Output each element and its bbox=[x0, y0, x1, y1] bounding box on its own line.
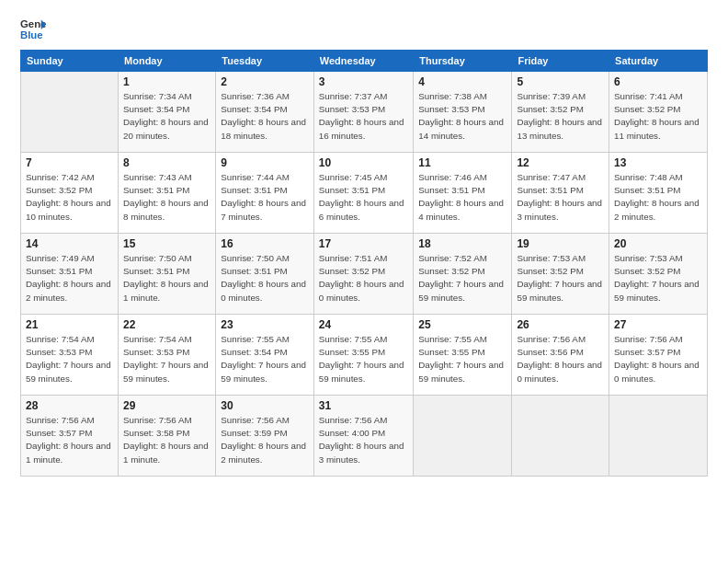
day-cell: 20 Sunrise: 7:53 AM Sunset: 3:52 PM Dayl… bbox=[609, 234, 708, 315]
day-number: 6 bbox=[614, 75, 702, 88]
day-number: 4 bbox=[418, 75, 506, 88]
svg-text:Blue: Blue bbox=[20, 29, 43, 40]
day-number: 22 bbox=[123, 318, 210, 331]
header: General Blue bbox=[20, 17, 708, 42]
weekday-header-tuesday: Tuesday bbox=[216, 51, 314, 72]
day-cell: 26 Sunrise: 7:56 AM Sunset: 3:56 PM Dayl… bbox=[512, 315, 609, 396]
day-number: 17 bbox=[319, 237, 408, 250]
day-number: 8 bbox=[123, 156, 210, 169]
day-cell: 21 Sunrise: 7:54 AM Sunset: 3:53 PM Dayl… bbox=[21, 315, 119, 396]
weekday-header-saturday: Saturday bbox=[609, 51, 708, 72]
day-info: Sunrise: 7:54 AM Sunset: 3:53 PM Dayligh… bbox=[123, 333, 210, 385]
week-row-3: 14 Sunrise: 7:49 AM Sunset: 3:51 PM Dayl… bbox=[21, 234, 708, 315]
day-number: 7 bbox=[26, 156, 113, 169]
day-info: Sunrise: 7:52 AM Sunset: 3:52 PM Dayligh… bbox=[418, 252, 506, 304]
day-number: 31 bbox=[319, 399, 408, 412]
day-info: Sunrise: 7:42 AM Sunset: 3:52 PM Dayligh… bbox=[26, 171, 113, 224]
day-number: 13 bbox=[614, 156, 702, 169]
day-cell: 4 Sunrise: 7:38 AM Sunset: 3:53 PM Dayli… bbox=[414, 72, 512, 153]
day-number: 2 bbox=[221, 75, 309, 88]
day-info: Sunrise: 7:51 AM Sunset: 3:52 PM Dayligh… bbox=[319, 252, 408, 304]
day-cell bbox=[414, 396, 512, 477]
day-cell: 10 Sunrise: 7:45 AM Sunset: 3:51 PM Dayl… bbox=[313, 153, 413, 234]
day-number: 24 bbox=[319, 318, 408, 331]
day-info: Sunrise: 7:47 AM Sunset: 3:51 PM Dayligh… bbox=[517, 171, 604, 224]
day-number: 28 bbox=[26, 399, 113, 412]
day-cell bbox=[609, 396, 708, 477]
logo: General Blue bbox=[20, 17, 48, 42]
day-info: Sunrise: 7:39 AM Sunset: 3:52 PM Dayligh… bbox=[517, 90, 604, 143]
day-info: Sunrise: 7:41 AM Sunset: 3:52 PM Dayligh… bbox=[614, 90, 702, 143]
day-info: Sunrise: 7:54 AM Sunset: 3:53 PM Dayligh… bbox=[26, 333, 113, 385]
calendar-table: SundayMondayTuesdayWednesdayThursdayFrid… bbox=[20, 50, 708, 477]
day-number: 18 bbox=[418, 237, 506, 250]
day-number: 30 bbox=[221, 399, 309, 412]
week-row-4: 21 Sunrise: 7:54 AM Sunset: 3:53 PM Dayl… bbox=[21, 315, 708, 396]
day-cell: 2 Sunrise: 7:36 AM Sunset: 3:54 PM Dayli… bbox=[216, 72, 314, 153]
day-cell: 24 Sunrise: 7:55 AM Sunset: 3:55 PM Dayl… bbox=[313, 315, 413, 396]
day-cell: 18 Sunrise: 7:52 AM Sunset: 3:52 PM Dayl… bbox=[414, 234, 512, 315]
day-cell: 1 Sunrise: 7:34 AM Sunset: 3:54 PM Dayli… bbox=[119, 72, 216, 153]
day-info: Sunrise: 7:55 AM Sunset: 3:54 PM Dayligh… bbox=[221, 333, 309, 385]
day-cell: 22 Sunrise: 7:54 AM Sunset: 3:53 PM Dayl… bbox=[119, 315, 216, 396]
day-cell: 28 Sunrise: 7:56 AM Sunset: 3:57 PM Dayl… bbox=[21, 396, 119, 477]
week-row-1: 1 Sunrise: 7:34 AM Sunset: 3:54 PM Dayli… bbox=[21, 72, 708, 153]
day-info: Sunrise: 7:55 AM Sunset: 3:55 PM Dayligh… bbox=[319, 333, 408, 385]
day-cell bbox=[512, 396, 609, 477]
day-number: 29 bbox=[123, 399, 210, 412]
day-cell: 16 Sunrise: 7:50 AM Sunset: 3:51 PM Dayl… bbox=[216, 234, 314, 315]
day-cell: 3 Sunrise: 7:37 AM Sunset: 3:53 PM Dayli… bbox=[313, 72, 413, 153]
weekday-header-friday: Friday bbox=[512, 51, 609, 72]
day-info: Sunrise: 7:55 AM Sunset: 3:55 PM Dayligh… bbox=[418, 333, 506, 385]
day-info: Sunrise: 7:53 AM Sunset: 3:52 PM Dayligh… bbox=[517, 252, 604, 304]
day-number: 15 bbox=[123, 237, 210, 250]
logo-icon: General Blue bbox=[20, 17, 46, 42]
day-info: Sunrise: 7:38 AM Sunset: 3:53 PM Dayligh… bbox=[418, 90, 506, 143]
day-cell: 23 Sunrise: 7:55 AM Sunset: 3:54 PM Dayl… bbox=[216, 315, 314, 396]
day-cell: 11 Sunrise: 7:46 AM Sunset: 3:51 PM Dayl… bbox=[414, 153, 512, 234]
weekday-header-row: SundayMondayTuesdayWednesdayThursdayFrid… bbox=[21, 51, 708, 72]
day-info: Sunrise: 7:56 AM Sunset: 3:56 PM Dayligh… bbox=[517, 333, 604, 385]
day-info: Sunrise: 7:56 AM Sunset: 3:57 PM Dayligh… bbox=[26, 414, 113, 466]
day-info: Sunrise: 7:48 AM Sunset: 3:51 PM Dayligh… bbox=[614, 171, 702, 224]
day-info: Sunrise: 7:56 AM Sunset: 3:59 PM Dayligh… bbox=[221, 414, 309, 466]
day-info: Sunrise: 7:56 AM Sunset: 3:57 PM Dayligh… bbox=[614, 333, 702, 385]
day-cell: 6 Sunrise: 7:41 AM Sunset: 3:52 PM Dayli… bbox=[609, 72, 708, 153]
week-row-2: 7 Sunrise: 7:42 AM Sunset: 3:52 PM Dayli… bbox=[21, 153, 708, 234]
day-number: 11 bbox=[418, 156, 506, 169]
day-info: Sunrise: 7:34 AM Sunset: 3:54 PM Dayligh… bbox=[123, 90, 210, 143]
day-cell: 27 Sunrise: 7:56 AM Sunset: 3:57 PM Dayl… bbox=[609, 315, 708, 396]
day-cell: 7 Sunrise: 7:42 AM Sunset: 3:52 PM Dayli… bbox=[21, 153, 119, 234]
day-number: 5 bbox=[517, 75, 604, 88]
day-number: 16 bbox=[221, 237, 309, 250]
day-cell: 17 Sunrise: 7:51 AM Sunset: 3:52 PM Dayl… bbox=[313, 234, 413, 315]
day-cell: 30 Sunrise: 7:56 AM Sunset: 3:59 PM Dayl… bbox=[216, 396, 314, 477]
weekday-header-monday: Monday bbox=[119, 51, 216, 72]
day-cell: 29 Sunrise: 7:56 AM Sunset: 3:58 PM Dayl… bbox=[119, 396, 216, 477]
day-number: 26 bbox=[517, 318, 604, 331]
day-info: Sunrise: 7:56 AM Sunset: 4:00 PM Dayligh… bbox=[319, 414, 408, 466]
day-cell: 15 Sunrise: 7:50 AM Sunset: 3:51 PM Dayl… bbox=[119, 234, 216, 315]
day-number: 14 bbox=[26, 237, 113, 250]
day-number: 19 bbox=[517, 237, 604, 250]
weekday-header-thursday: Thursday bbox=[414, 51, 512, 72]
day-number: 25 bbox=[418, 318, 506, 331]
day-info: Sunrise: 7:49 AM Sunset: 3:51 PM Dayligh… bbox=[26, 252, 113, 304]
day-cell: 9 Sunrise: 7:44 AM Sunset: 3:51 PM Dayli… bbox=[216, 153, 314, 234]
weekday-header-sunday: Sunday bbox=[21, 51, 119, 72]
day-cell: 31 Sunrise: 7:56 AM Sunset: 4:00 PM Dayl… bbox=[313, 396, 413, 477]
day-info: Sunrise: 7:46 AM Sunset: 3:51 PM Dayligh… bbox=[418, 171, 506, 224]
day-info: Sunrise: 7:50 AM Sunset: 3:51 PM Dayligh… bbox=[123, 252, 210, 304]
day-cell: 5 Sunrise: 7:39 AM Sunset: 3:52 PM Dayli… bbox=[512, 72, 609, 153]
day-number: 10 bbox=[319, 156, 408, 169]
day-number: 20 bbox=[614, 237, 702, 250]
day-cell: 19 Sunrise: 7:53 AM Sunset: 3:52 PM Dayl… bbox=[512, 234, 609, 315]
day-info: Sunrise: 7:44 AM Sunset: 3:51 PM Dayligh… bbox=[221, 171, 309, 224]
day-number: 12 bbox=[517, 156, 604, 169]
day-info: Sunrise: 7:45 AM Sunset: 3:51 PM Dayligh… bbox=[319, 171, 408, 224]
day-cell: 25 Sunrise: 7:55 AM Sunset: 3:55 PM Dayl… bbox=[414, 315, 512, 396]
day-number: 21 bbox=[26, 318, 113, 331]
day-number: 1 bbox=[123, 75, 210, 88]
day-info: Sunrise: 7:43 AM Sunset: 3:51 PM Dayligh… bbox=[123, 171, 210, 224]
day-number: 9 bbox=[221, 156, 309, 169]
